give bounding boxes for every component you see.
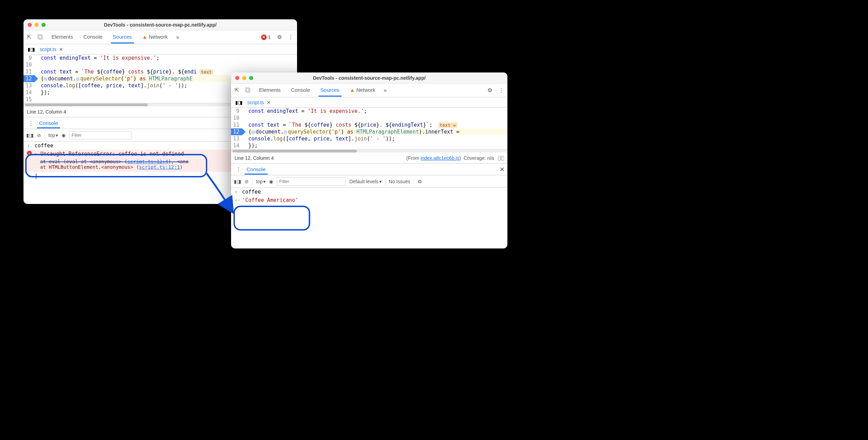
drawer-header: ⋮ Console ✕	[231, 164, 507, 175]
stack-link[interactable]: script.ts:12:4	[127, 159, 168, 164]
inspect-icon[interactable]: ⇱	[235, 87, 239, 94]
navigator-toggle-icon[interactable]: ▮◨	[233, 100, 245, 105]
chevron-down-icon: ▾	[379, 179, 382, 184]
code-line: const endingText = 'It is expensive.';	[242, 108, 507, 115]
file-tab-script[interactable]: script.ts ✕	[37, 45, 66, 53]
devtools-toolbar: ⇱ ⿻ Elements Console Sources ▲ Network »…	[23, 30, 297, 44]
file-tab-bar: ▮◨ script.ts ✕	[231, 97, 507, 108]
cursor-position: Line 12, Column 4	[235, 155, 274, 161]
drawer-tab-console[interactable]: Console	[245, 164, 268, 175]
console-settings-icon[interactable]: ⚙	[418, 179, 422, 184]
code-line	[35, 61, 297, 68]
property-marker-icon	[44, 77, 47, 81]
drawer-menu-icon[interactable]: ⋮	[234, 166, 243, 173]
sidebar-toggle-icon[interactable]: ▮◨	[26, 133, 34, 138]
live-expression-icon[interactable]: ◉	[61, 133, 66, 138]
error-count: 1	[268, 34, 271, 40]
error-message: Uncaught ReferenceError: coffee is not d…	[40, 151, 184, 157]
property-marker-icon	[251, 130, 255, 134]
console-filter-input[interactable]	[277, 177, 346, 186]
console-prompt[interactable]: ›	[231, 204, 507, 213]
tab-elements[interactable]: Elements	[257, 84, 283, 97]
line-gutter: 9 10 11 12 13 14 15	[23, 55, 35, 103]
close-drawer-icon[interactable]: ✕	[499, 166, 505, 173]
code-editor[interactable]: 9 10 11 12 13 14 const endingText = 'It …	[231, 108, 507, 149]
property-marker-icon	[76, 77, 79, 81]
stack-link[interactable]: script.ts:12:1	[139, 164, 180, 170]
error-icon: ✕	[261, 35, 267, 40]
line-number: 15	[26, 96, 32, 103]
kebab-menu-icon[interactable]: ⋮	[288, 34, 294, 40]
error-icon: ✕	[27, 151, 32, 156]
close-tab-icon[interactable]: ✕	[267, 100, 271, 105]
line-number: 14	[233, 142, 239, 149]
console-cursor: |	[35, 173, 38, 179]
line-number: 13	[233, 135, 239, 142]
titlebar[interactable]: DevTools - consistent-source-map-pc.netl…	[231, 72, 507, 84]
code-line: });	[242, 142, 507, 149]
tab-console[interactable]: Console	[289, 84, 312, 97]
navigator-toggle-icon[interactable]: ▮◨	[26, 47, 37, 52]
code-line	[242, 115, 507, 121]
editor-status-bar: Line 12, Column 4 (From index.a8c1ec6b.j…	[231, 153, 507, 164]
execution-line-marker: 12	[231, 128, 242, 135]
more-tabs-icon[interactable]: »	[176, 34, 179, 40]
clear-console-icon[interactable]: ⊘	[245, 179, 249, 184]
window-title: DevTools - consistent-source-map-pc.netl…	[231, 75, 507, 81]
console-toolbar: ▮◨ ⊘ top ▾ ◉ Default levels ▾ No Issues …	[231, 175, 507, 188]
settings-icon[interactable]: ⚙	[487, 87, 492, 94]
device-toggle-icon[interactable]: ⿻	[38, 34, 43, 40]
line-number: 14	[26, 89, 32, 96]
file-tab-bar: ▮◨ script.ts ✕	[23, 44, 297, 55]
scrollbar-thumb[interactable]	[25, 104, 148, 106]
clear-console-icon[interactable]: ⊘	[37, 133, 41, 138]
tab-network[interactable]: ▲ Network	[348, 84, 378, 97]
file-tab-label: script.ts	[247, 100, 264, 105]
inline-value-overlay: text =	[438, 123, 457, 128]
console-input-text: coffee	[35, 143, 53, 149]
warning-icon: ▲	[350, 87, 355, 93]
inspect-icon[interactable]: ⇱	[27, 34, 31, 40]
console-input-text: coffee	[242, 189, 261, 195]
prompt-icon: ›	[27, 173, 32, 179]
sidebar-toggle-icon[interactable]: ▮◨	[234, 179, 241, 184]
drawer-menu-icon[interactable]: ⋮	[26, 120, 36, 126]
sourcemap-origin: (From index.a8c1ec6b.js) Coverage: n/a ↧	[406, 155, 504, 161]
tab-network[interactable]: ▲ Network	[140, 31, 170, 43]
expand-icon[interactable]: ▸	[35, 151, 38, 157]
drawer-tab-console[interactable]: Console	[37, 118, 60, 128]
context-selector[interactable]: top ▾	[256, 179, 266, 184]
tab-elements[interactable]: Elements	[49, 31, 75, 43]
sourcemap-icon[interactable]: ↧	[498, 156, 504, 161]
error-badge[interactable]: ✕ 1	[261, 34, 271, 40]
tab-sources[interactable]: Sources	[111, 31, 134, 43]
device-toggle-icon[interactable]: ⿻	[245, 87, 251, 94]
sourcemap-link[interactable]: index.a8c1ec6b.js	[421, 155, 459, 161]
context-selector[interactable]: top ▾	[48, 133, 58, 138]
console-output-line: ‹· 'Coffee Americano'	[231, 196, 507, 204]
window-title: DevTools - consistent-source-map-pc.netl…	[23, 22, 297, 28]
chevron-down-icon: ▾	[263, 179, 266, 184]
horizontal-scrollbar[interactable]	[231, 149, 507, 153]
prompt-icon: ›	[235, 189, 239, 195]
more-tabs-icon[interactable]: »	[384, 87, 387, 94]
file-tab-label: script.ts	[40, 47, 56, 52]
console-input-line[interactable]: › coffee	[231, 188, 507, 196]
scrollbar-thumb[interactable]	[232, 150, 357, 153]
prompt-icon: ›	[27, 143, 32, 149]
line-number: 9	[26, 55, 32, 61]
issues-status[interactable]: No Issues	[389, 179, 410, 184]
log-levels-selector[interactable]: Default levels ▾	[349, 179, 381, 184]
settings-icon[interactable]: ⚙	[277, 34, 282, 40]
kebab-menu-icon[interactable]: ⋮	[498, 87, 504, 94]
console-filter-input[interactable]	[69, 131, 132, 139]
code-line: const text = `The ${coffee} costs ${pric…	[242, 121, 507, 128]
close-tab-icon[interactable]: ✕	[59, 47, 63, 52]
titlebar[interactable]: DevTools - consistent-source-map-pc.netl…	[23, 19, 297, 30]
live-expression-icon[interactable]: ◉	[269, 179, 273, 184]
prompt-icon: ›	[235, 205, 239, 212]
file-tab-script[interactable]: script.ts ✕	[245, 98, 274, 107]
tab-sources[interactable]: Sources	[318, 84, 342, 97]
inline-value-overlay: text	[200, 69, 213, 75]
tab-console[interactable]: Console	[82, 31, 105, 43]
